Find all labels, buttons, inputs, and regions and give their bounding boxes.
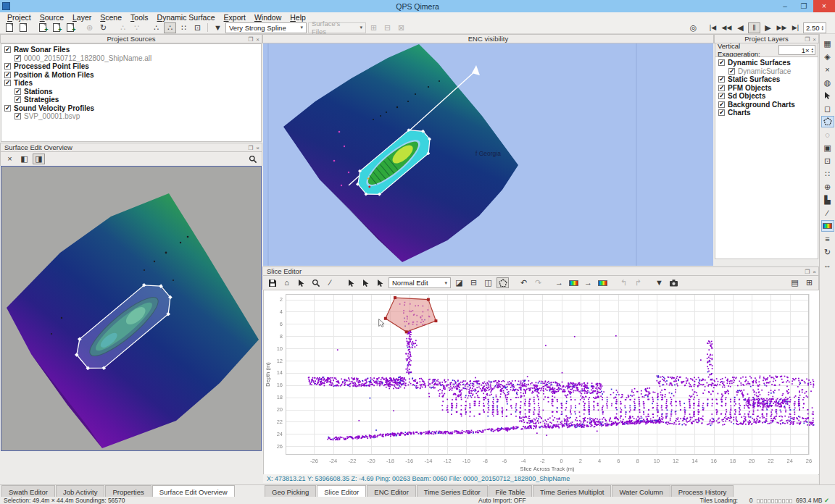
polygon-select-button[interactable] [821, 116, 834, 127]
menu-export[interactable]: Export [220, 13, 250, 22]
profile-tool-button[interactable]: ▣ [821, 142, 834, 154]
checkbox-0000-20150712-182800-shipname-all[interactable]: ✓ [14, 55, 21, 62]
tab-time-series-editor[interactable]: Time Series Editor [417, 485, 488, 497]
float-panel-icon[interactable]: ❐ [248, 145, 253, 151]
close-button[interactable]: × [813, 0, 835, 12]
snapshot-button[interactable] [668, 277, 680, 288]
checkbox-raw-sonar-files[interactable]: ✓ [4, 46, 11, 53]
skip-to-start-button[interactable]: |◀ [707, 22, 719, 33]
float-panel-icon[interactable]: ❐ [248, 36, 253, 43]
play-button[interactable]: ▶ [762, 22, 774, 33]
checkbox-sd-objects[interactable]: ✓ [718, 93, 725, 99]
tree-label-position-motion-files[interactable]: Position & Motion Files [14, 71, 94, 79]
grid-view-button[interactable]: ▦ [821, 38, 834, 49]
tab-time-series-multiplot[interactable]: Time Series Multiplot [533, 485, 611, 497]
previous-slice-surface-button[interactable] [568, 277, 580, 288]
color-map-button[interactable] [821, 220, 834, 232]
zoom-extents-button[interactable]: × [4, 154, 16, 164]
surfaces-view-button[interactable]: ◈ [821, 51, 834, 62]
next-slice-surface-button[interactable] [597, 277, 609, 288]
accept-rectangle-button[interactable]: ◫ [482, 277, 494, 288]
layer-stack-button[interactable]: ≡ [821, 233, 834, 245]
eraser-tool-button[interactable]: ◪ [453, 277, 465, 288]
checkbox-strategies[interactable]: ✓ [14, 96, 21, 103]
fast-forward-button[interactable]: ▶▶ [776, 22, 788, 33]
spinner-arrows-icon[interactable]: ▴▾ [811, 47, 813, 53]
tree-label-stations[interactable]: Stations [24, 88, 52, 96]
lasso-select-button[interactable]: ◌ [821, 129, 834, 140]
select-cursor-button[interactable] [295, 277, 307, 288]
image-overlay-button[interactable]: ⊡ [821, 155, 834, 167]
tree-label-dynamicsurface[interactable]: DynamicSurface [738, 67, 791, 75]
scatter-tool-button[interactable]: ∷ [821, 168, 834, 180]
edit-soundings-3d-button[interactable]: ∷ [178, 22, 190, 33]
view-mode-2d-button[interactable]: ◧ [18, 154, 30, 164]
playback-settings-button[interactable]: ◎ [687, 22, 699, 33]
tree-label-tides[interactable]: Tides [14, 79, 33, 87]
checkbox-processed-point-files[interactable]: ✓ [4, 63, 11, 70]
detach-panel-button[interactable]: ⊞ [803, 277, 815, 288]
close-panel-icon[interactable]: × [813, 36, 816, 43]
pick-reject-cursor-button[interactable] [360, 277, 372, 288]
pan-view-button[interactable]: ↔ [821, 259, 834, 271]
filter-box-button[interactable]: ⊡ [191, 22, 204, 33]
skip-to-end-button[interactable]: ▶| [789, 22, 802, 33]
pick-info-cursor-button[interactable] [374, 277, 386, 288]
tree-label-sound-velocity-profiles[interactable]: Sound Velocity Profiles [14, 104, 94, 112]
tab-slice-editor[interactable]: Slice Editor [317, 485, 366, 497]
view-3d-button[interactable]: ◍ [821, 77, 834, 88]
menu-source[interactable]: Source [36, 13, 68, 22]
checkbox-sound-velocity-profiles[interactable]: ✓ [4, 105, 11, 112]
vertical-exaggeration-input[interactable]: 1× ▴▾ [778, 45, 815, 55]
report-view-button[interactable]: ▤ [789, 277, 801, 288]
menu-tools[interactable]: Tools [126, 13, 153, 22]
maximize-button[interactable]: ❐ [794, 0, 813, 12]
save-project-button[interactable] [17, 22, 29, 33]
spinner-arrows-icon[interactable]: ▴▾ [821, 25, 823, 30]
add-ancillary-files-button[interactable]: + [64, 22, 76, 33]
histogram-tool-button[interactable]: ▙ [821, 194, 834, 206]
edit-mode-select[interactable]: Normal Edit▾ [389, 277, 451, 288]
minimize-button[interactable]: – [776, 0, 794, 12]
menu-window[interactable]: Window [250, 13, 286, 22]
undo-button[interactable]: ↶ [518, 277, 530, 288]
tab-swath-editor[interactable]: Swath Editor [1, 485, 55, 497]
checkbox-svp-00001-bsvp[interactable]: ✓ [14, 113, 21, 119]
tree-label-svp-00001-bsvp[interactable]: SVP_00001.bsvp [24, 112, 80, 120]
tree-label-background-charts[interactable]: Background Charts [728, 101, 795, 109]
float-panel-icon[interactable]: ❐ [805, 36, 810, 43]
measure-tool-button[interactable]: ∕ [324, 277, 336, 288]
checkbox-dynamicsurface[interactable]: ✓ [728, 68, 735, 75]
tab-enc-editor[interactable]: ENC Editor [367, 485, 416, 497]
add-processed-point-files-button[interactable]: + [50, 22, 62, 33]
tree-label-charts[interactable]: Charts [728, 109, 751, 117]
checkbox-dynamic-surfaces[interactable]: ✓ [718, 59, 725, 66]
save-slice-button[interactable] [266, 277, 278, 288]
tree-label-processed-point-files[interactable]: Processed Point Files [14, 62, 89, 70]
tree-label-pfm-objects[interactable]: PFM Objects [728, 84, 772, 92]
playback-speed-input[interactable]: 2.50▴▾ [803, 22, 826, 33]
view-mode-split-button[interactable]: ◨ [33, 154, 45, 164]
slice-plot-canvas[interactable] [263, 290, 820, 475]
checkbox-static-surfaces[interactable]: ✓ [718, 76, 725, 83]
menu-help[interactable]: Help [286, 13, 310, 22]
polygon-select-tool-button[interactable] [497, 277, 509, 288]
edit-soundings-swath-button[interactable]: ∴ [150, 22, 162, 33]
pause-button[interactable]: ‖ [748, 22, 760, 33]
select-cursor-button[interactable] [821, 90, 834, 101]
tab-surface-edit-overview[interactable]: Surface Edit Overview [152, 485, 235, 497]
reprocess-button[interactable]: ↻ [97, 22, 109, 33]
zoom-extents-button[interactable]: × [821, 64, 834, 75]
zoom-selection-button[interactable] [246, 154, 259, 164]
close-panel-icon[interactable]: × [813, 269, 816, 275]
tree-label-strategies[interactable]: Strategies [24, 96, 59, 104]
tree-label-sd-objects[interactable]: Sd Objects [728, 92, 765, 100]
tree-label-static-surfaces[interactable]: Static Surfaces [728, 75, 780, 83]
checkbox-background-charts[interactable]: ✓ [718, 101, 725, 108]
checkbox-tides[interactable]: ✓ [4, 80, 11, 86]
previous-slice-button[interactable]: → [553, 277, 565, 288]
enc-map-viewport[interactable]: f Georgia [263, 43, 713, 266]
checkbox-charts[interactable]: ✓ [718, 109, 725, 116]
slice-filter-button[interactable]: ▼ [653, 277, 665, 288]
rectangle-select-button[interactable]: ◻ [821, 103, 834, 114]
